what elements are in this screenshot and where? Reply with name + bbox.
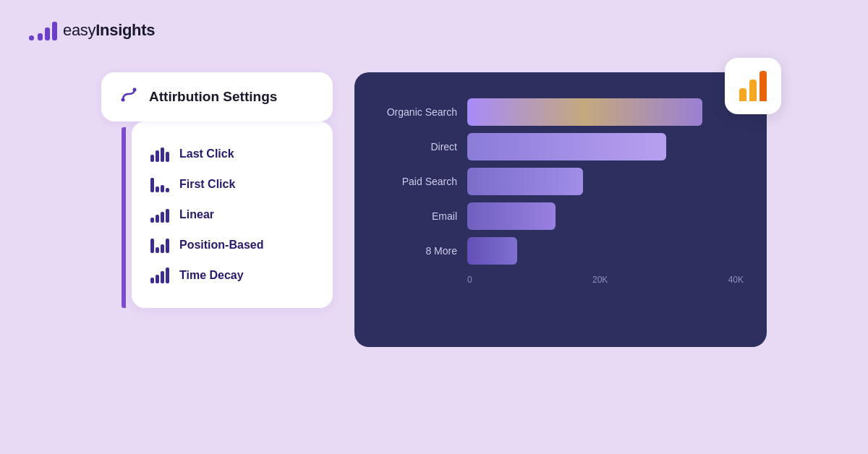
more-bar	[467, 237, 517, 265]
time-decay-label: Time Decay	[179, 269, 244, 282]
menu-item-time-decay[interactable]: Time Decay	[146, 260, 318, 291]
chart-row-more: 8 More	[378, 237, 744, 265]
paid-label: Paid Search	[378, 176, 457, 187]
main-content: Attirbution Settings Last Click	[101, 72, 767, 411]
direct-label: Direct	[378, 141, 457, 153]
last-click-icon	[150, 146, 169, 162]
menu-card-wrapper: Last Click First Click	[101, 113, 333, 308]
x-axis: 0 20K 40K	[467, 275, 744, 285]
paid-bar	[467, 168, 583, 195]
chart-row-direct: Direct	[378, 133, 744, 160]
menu-item-last-click[interactable]: Last Click	[146, 139, 318, 169]
logo: easyInsights	[29, 20, 155, 40]
attribution-icon	[119, 85, 139, 108]
linear-icon	[150, 207, 169, 223]
organic-bar	[467, 98, 702, 126]
linear-label: Linear	[179, 208, 214, 221]
svg-point-1	[133, 88, 137, 92]
chart-panel: Organic Search Direct Paid Search	[354, 72, 767, 347]
attribution-header: Attirbution Settings	[101, 72, 333, 121]
x-axis-label-20k: 20K	[592, 275, 608, 285]
x-axis-labels: 0 20K 40K	[467, 275, 744, 285]
svg-point-0	[122, 98, 125, 102]
menu-item-first-click[interactable]: First Click	[146, 169, 318, 200]
organic-bar-container	[467, 98, 744, 126]
attribution-title: Attirbution Settings	[149, 89, 277, 105]
menu-card: Last Click First Click	[132, 121, 333, 308]
left-panel: Attirbution Settings Last Click	[101, 72, 333, 308]
ga-bar-2	[749, 80, 757, 101]
organic-label: Organic Search	[378, 106, 457, 118]
logo-icon	[29, 20, 57, 40]
email-bar	[467, 202, 556, 230]
direct-bar	[467, 133, 666, 160]
x-axis-label-0: 0	[467, 275, 472, 285]
more-bar-container	[467, 237, 744, 265]
first-click-label: First Click	[179, 178, 235, 191]
more-label: 8 More	[378, 245, 457, 257]
chart-row-organic: Organic Search	[378, 98, 744, 126]
paid-bar-container	[467, 168, 744, 195]
chart-row-email: Email	[378, 202, 744, 230]
chart-wrapper: Organic Search Direct Paid Search	[378, 98, 744, 285]
x-axis-label-40k: 40K	[728, 275, 744, 285]
menu-item-position-based[interactable]: Position-Based	[146, 230, 318, 260]
position-based-icon	[150, 237, 169, 253]
menu-item-linear[interactable]: Linear	[146, 200, 318, 230]
time-decay-icon	[150, 267, 169, 283]
direct-bar-container	[467, 133, 744, 160]
email-label: Email	[378, 210, 457, 222]
position-based-label: Position-Based	[179, 239, 263, 252]
email-bar-container	[467, 202, 744, 230]
ga-bar-3	[760, 71, 767, 101]
chart-row-paid: Paid Search	[378, 168, 744, 195]
purple-sidebar-bar	[122, 127, 126, 308]
chart-area: Organic Search Direct Paid Search	[378, 98, 744, 265]
logo-text: easyInsights	[63, 21, 155, 40]
ga-bars-icon	[739, 71, 767, 101]
last-click-label: Last Click	[179, 147, 234, 160]
first-click-icon	[150, 176, 169, 192]
